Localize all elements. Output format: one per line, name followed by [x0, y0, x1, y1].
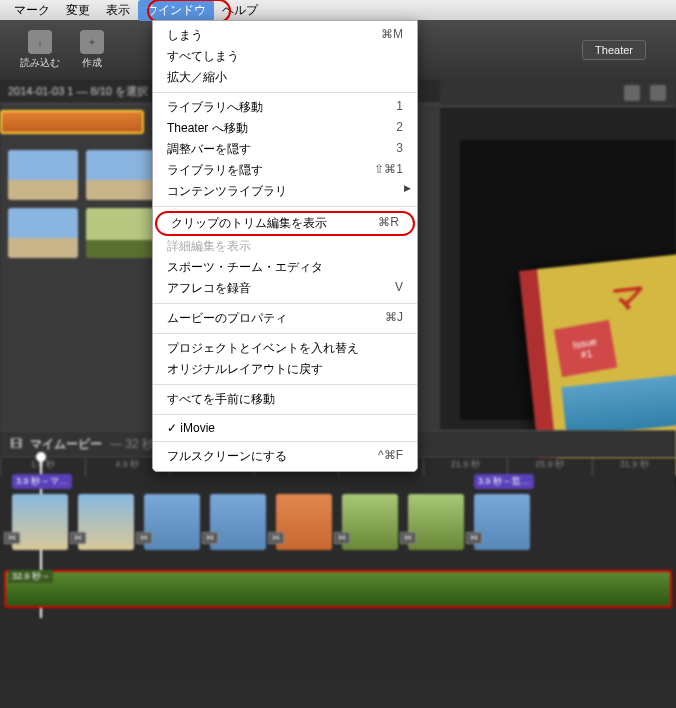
- create-label: 作成: [82, 56, 102, 70]
- menu-item[interactable]: しまう⌘M: [153, 25, 417, 46]
- menu-item[interactable]: フルスクリーンにする^⌘F: [153, 446, 417, 467]
- theater-button[interactable]: Theater: [582, 40, 646, 60]
- adjust-icon[interactable]: [650, 85, 666, 101]
- menu-変更[interactable]: 変更: [58, 0, 98, 21]
- menu-表示[interactable]: 表示: [98, 0, 138, 21]
- transition-icon[interactable]: ⋈: [136, 532, 152, 544]
- timeline-clip[interactable]: ⋈3.9 秒 – 監…: [474, 494, 530, 550]
- import-icon: ↓: [28, 30, 52, 54]
- preview-viewer[interactable]: Issue #1 マ: [460, 140, 676, 420]
- film-icon: 🎞: [10, 437, 22, 451]
- menu-マーク[interactable]: マーク: [6, 0, 58, 21]
- share-icon[interactable]: [624, 85, 640, 101]
- project-name: マイムービー: [30, 436, 102, 453]
- import-label: 読み込む: [20, 56, 60, 70]
- create-icon: ＋: [80, 30, 104, 54]
- audio-label: 32.9 秒 –: [8, 570, 53, 583]
- window-menu-dropdown[interactable]: しまう⌘Mすべてしまう拡大／縮小ライブラリへ移動1Theater へ移動2調整バ…: [152, 20, 418, 472]
- timeline-clip[interactable]: ⋈: [78, 494, 134, 550]
- transition-icon[interactable]: ⋈: [400, 532, 416, 544]
- transition-icon[interactable]: ⋈: [334, 532, 350, 544]
- menu-item[interactable]: クリップのトリム編集を表示⌘R: [155, 211, 415, 236]
- timeline-clip[interactable]: ⋈: [342, 494, 398, 550]
- menu-item[interactable]: コンテンツライブラリ: [153, 181, 417, 202]
- timeline[interactable]: 1.0 秒4.9 秒9.4 秒13.9 秒17.4 秒21.9 秒25.9 秒3…: [0, 458, 676, 674]
- menu-item[interactable]: Theater へ移動2: [153, 118, 417, 139]
- menu-item[interactable]: 拡大／縮小: [153, 67, 417, 88]
- menu-ウインドウ[interactable]: ウインドウ: [138, 0, 214, 21]
- menu-item[interactable]: すべてを手前に移動: [153, 389, 417, 410]
- transition-icon[interactable]: ⋈: [202, 532, 218, 544]
- menu-item[interactable]: プロジェクトとイベントを入れ替え: [153, 338, 417, 359]
- menu-item[interactable]: ライブラリを隠す⇧⌘1: [153, 160, 417, 181]
- create-button[interactable]: ＋ 作成: [80, 30, 104, 70]
- timeline-clip[interactable]: ⋈3.9 秒 – マ…: [12, 494, 68, 550]
- menu-item[interactable]: アフレコを録音V: [153, 278, 417, 299]
- transition-icon[interactable]: ⋈: [70, 532, 86, 544]
- project-duration: — 32 秒: [110, 436, 154, 453]
- event-title-text: 2014-01-03 1 — 8/10 を選択: [8, 84, 148, 99]
- transition-icon[interactable]: ⋈: [4, 532, 20, 544]
- menu-item[interactable]: すべてしまう: [153, 46, 417, 67]
- timeline-clip[interactable]: ⋈: [144, 494, 200, 550]
- import-button[interactable]: ↓ 読み込む: [20, 30, 60, 70]
- menu-item[interactable]: ライブラリへ移動1: [153, 97, 417, 118]
- ruler-tick: 31.9 秒: [592, 458, 677, 476]
- issue-line2: #1: [580, 348, 593, 361]
- book-title: マ: [605, 273, 645, 322]
- menu-item[interactable]: ムービーのプロパティ⌘J: [153, 308, 417, 329]
- menu-ヘルプ[interactable]: ヘルプ: [214, 0, 266, 21]
- menu-item[interactable]: ✓ iMovie: [153, 419, 417, 437]
- preview-panel: Issue #1 マ: [440, 80, 676, 430]
- timeline-clip[interactable]: ⋈: [210, 494, 266, 550]
- timeline-clip[interactable]: ⋈: [276, 494, 332, 550]
- menu-item: 詳細編集を表示: [153, 236, 417, 257]
- menu-item[interactable]: 調整バーを隠す3: [153, 139, 417, 160]
- menu-item[interactable]: オリジナルレイアウトに戻す: [153, 359, 417, 380]
- transition-icon[interactable]: ⋈: [466, 532, 482, 544]
- menu-item[interactable]: スポーツ・チーム・エディタ: [153, 257, 417, 278]
- timeline-clip[interactable]: ⋈: [408, 494, 464, 550]
- transition-icon[interactable]: ⋈: [268, 532, 284, 544]
- audio-track[interactable]: 32.9 秒 –: [4, 570, 672, 608]
